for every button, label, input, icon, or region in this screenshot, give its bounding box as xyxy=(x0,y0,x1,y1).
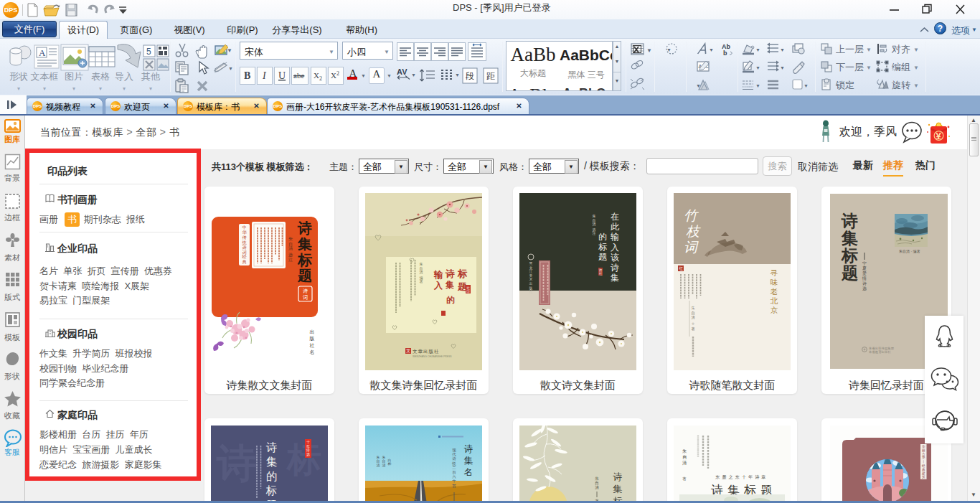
svg-text:下一层: 下一层 xyxy=(836,62,864,72)
svg-text:AV: AV xyxy=(397,67,407,76)
svg-text:文: 文 xyxy=(406,348,410,353)
svg-text:诗: 诗 xyxy=(265,441,278,453)
svg-text:诗: 诗 xyxy=(445,268,455,279)
svg-text:b: b xyxy=(723,50,727,57)
svg-text:诗: 诗 xyxy=(841,212,858,230)
svg-text:X: X xyxy=(331,71,336,80)
svg-text:对齐: 对齐 xyxy=(891,44,910,55)
svg-text:竹: 竹 xyxy=(684,208,699,223)
svg-text:题: 题 xyxy=(457,281,467,292)
svg-text:题: 题 xyxy=(297,268,312,283)
svg-text:▼: ▼ xyxy=(866,65,872,71)
svg-text:朱自清: 朱自清 xyxy=(595,476,599,490)
svg-text:著: 著 xyxy=(682,476,687,481)
svg-text:▼: ▼ xyxy=(866,47,872,53)
svg-text:诗社: 诗社 xyxy=(599,268,603,276)
svg-text:出版社名: 出版社名 xyxy=(309,329,315,355)
svg-text:白桦: 白桦 xyxy=(387,459,392,466)
svg-text:¥: ¥ xyxy=(936,131,942,141)
svg-text:的: 的 xyxy=(446,295,455,305)
svg-text:寻味老北京: 寻味老北京 xyxy=(770,269,778,314)
svg-text:诗词: 诗词 xyxy=(303,288,308,301)
svg-text:2: 2 xyxy=(319,75,322,82)
svg-text:诗集名: 诗集名 xyxy=(464,444,473,477)
svg-text:东麓之东十年诗章: 东麓之东十年诗章 xyxy=(715,474,768,480)
svg-text:朱雀出版传媒集团: 朱雀出版传媒集团 xyxy=(869,347,894,350)
svg-text:的: 的 xyxy=(266,470,278,482)
svg-text:朱自清 · 编著: 朱自清 · 编著 xyxy=(899,249,920,254)
svg-text:朱自清: 朱自清 xyxy=(682,448,687,466)
svg-text:WENZHANG CHUBANSHE PRESS: WENZHANG CHUBANSHE PRESS xyxy=(413,355,452,358)
svg-text:标: 标 xyxy=(457,268,468,279)
svg-text:A: A xyxy=(39,47,46,58)
svg-text:▼: ▼ xyxy=(913,65,919,71)
svg-text:▼: ▼ xyxy=(913,83,919,89)
svg-text:锁定: 锁定 xyxy=(835,80,854,90)
svg-text:朱自清◎著: 朱自清◎著 xyxy=(691,306,694,332)
svg-text:朱自清编著: 朱自清编著 xyxy=(420,262,423,283)
svg-text:题: 题 xyxy=(841,264,858,282)
svg-text:十年诗选: 十年诗选 xyxy=(306,440,310,457)
svg-text:2: 2 xyxy=(336,70,339,77)
svg-text:集: 集 xyxy=(297,236,312,252)
svg-text:abe: abe xyxy=(293,71,304,80)
svg-text:上一层: 上一层 xyxy=(836,44,864,55)
svg-text:诗: 诗 xyxy=(297,220,312,236)
svg-text:距: 距 xyxy=(486,71,495,81)
svg-text:宁夏爱情诗选: 宁夏爱情诗选 xyxy=(862,260,867,291)
svg-text:旋转: 旋转 xyxy=(892,80,910,90)
svg-text:中华传统诗词经典: 中华传统诗词经典 xyxy=(241,225,247,265)
svg-text:5: 5 xyxy=(146,47,151,57)
svg-text:的标题: 的标题 xyxy=(598,232,608,262)
svg-text:集: 集 xyxy=(841,230,858,248)
svg-text:诗: 诗 xyxy=(216,441,257,486)
svg-text:诗集标: 诗集标 xyxy=(613,471,623,503)
svg-text:段: 段 xyxy=(466,71,474,81)
svg-text:红: 红 xyxy=(679,266,684,271)
svg-text:U: U xyxy=(278,70,286,81)
svg-text:输: 输 xyxy=(433,270,443,280)
svg-text:集: 集 xyxy=(445,280,454,290)
svg-text:编组: 编组 xyxy=(892,62,910,72)
svg-text:朱自清选注: 朱自清选注 xyxy=(288,237,293,262)
svg-text:入: 入 xyxy=(433,281,443,291)
svg-text:标: 标 xyxy=(286,441,321,479)
svg-text:集: 集 xyxy=(266,456,278,468)
svg-text:朱自清选注: 朱自清选注 xyxy=(593,214,596,235)
svg-text:现代诗悦二百六十首: 现代诗悦二百六十首 xyxy=(451,448,456,488)
svg-text:X: X xyxy=(314,71,319,80)
svg-text:B: B xyxy=(244,70,250,81)
svg-text:词: 词 xyxy=(684,240,699,255)
svg-text:枝: 枝 xyxy=(686,224,701,239)
svg-text:标: 标 xyxy=(297,252,312,268)
svg-text:▼: ▼ xyxy=(913,47,919,53)
svg-text:黑龙江美术出版社: 黑龙江美术出版社 xyxy=(529,262,533,293)
svg-text:文章出版社: 文章出版社 xyxy=(413,349,440,354)
svg-text:华丽古堡丨经典建筑: 华丽古堡丨经典建筑 xyxy=(921,445,925,479)
svg-text:标: 标 xyxy=(841,247,858,265)
svg-text:朱自清: 朱自清 xyxy=(382,456,386,467)
svg-text:标: 标 xyxy=(265,484,278,497)
svg-text:社印: 社印 xyxy=(466,286,470,293)
svg-text:在此输入该诗集: 在此输入该诗集 xyxy=(611,212,619,283)
svg-text:朱自清: 朱自清 xyxy=(377,456,380,467)
